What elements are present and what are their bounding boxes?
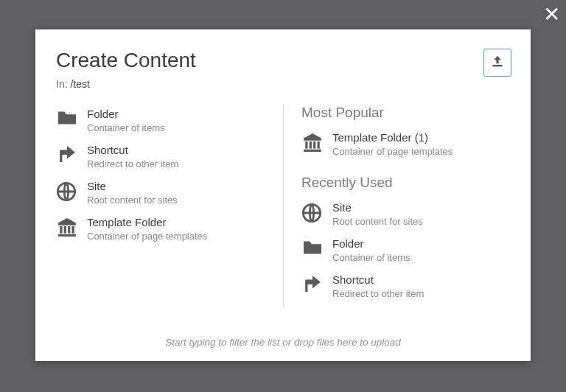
template-folder-icon xyxy=(56,216,87,237)
dialog-title: Create Content xyxy=(56,49,510,72)
upload-button[interactable] xyxy=(483,49,511,77)
popular-item-template-folder[interactable]: Template Folder (1) Container of page te… xyxy=(301,128,510,164)
item-label: Shortcut xyxy=(87,144,178,157)
item-desc: Container of items xyxy=(332,252,410,263)
item-label: Site xyxy=(87,180,178,193)
svg-rect-8 xyxy=(310,141,312,149)
item-desc: Redirect to other item xyxy=(332,288,424,299)
shortcut-icon xyxy=(301,273,332,293)
svg-rect-10 xyxy=(318,141,320,149)
item-desc: Root content for sites xyxy=(332,216,423,227)
item-label: Template Folder xyxy=(87,216,207,229)
svg-rect-6 xyxy=(58,234,76,237)
recent-item-shortcut[interactable]: Shortcut Redirect to other item xyxy=(301,270,510,307)
location-path: In: /test xyxy=(56,78,510,90)
item-label: Shortcut xyxy=(332,273,424,287)
svg-rect-9 xyxy=(313,141,315,149)
item-desc: Container of page templates xyxy=(87,231,207,242)
folder-icon xyxy=(301,237,332,256)
item-desc: Root content for sites xyxy=(87,195,178,206)
path-value: /test xyxy=(70,78,89,90)
path-prefix: In: xyxy=(56,78,68,90)
filter-hint: Start typing to filter the list or drop … xyxy=(35,337,531,348)
content-type-site[interactable]: Site Root content for sites xyxy=(56,177,274,213)
item-desc: Container of page templates xyxy=(332,146,453,157)
item-label: Template Folder (1) xyxy=(332,131,453,144)
svg-rect-11 xyxy=(304,150,321,152)
item-desc: Container of items xyxy=(87,122,165,133)
globe-icon xyxy=(56,180,87,202)
svg-rect-7 xyxy=(305,141,307,149)
close-button[interactable]: ✕ xyxy=(543,4,560,25)
recently-used-heading: Recently Used xyxy=(301,175,510,191)
template-folder-icon xyxy=(301,131,332,152)
folder-icon xyxy=(56,108,87,127)
recent-item-folder[interactable]: Folder Container of items xyxy=(301,234,510,270)
svg-rect-5 xyxy=(72,226,74,234)
item-label: Folder xyxy=(87,108,165,121)
upload-icon xyxy=(490,55,505,71)
svg-rect-3 xyxy=(64,226,66,234)
content-type-shortcut[interactable]: Shortcut Redirect to other item xyxy=(56,141,274,177)
shortcut-icon xyxy=(56,144,87,163)
svg-rect-2 xyxy=(60,226,62,234)
item-label: Site xyxy=(332,201,423,214)
svg-rect-0 xyxy=(492,65,502,66)
item-label: Folder xyxy=(332,237,410,251)
item-desc: Redirect to other item xyxy=(87,158,178,169)
close-icon: ✕ xyxy=(543,3,560,26)
content-type-template-folder[interactable]: Template Folder Container of page templa… xyxy=(56,213,274,249)
globe-icon xyxy=(301,201,332,223)
most-popular-heading: Most Popular xyxy=(301,105,510,121)
suggestions-panel: Most Popular Template Folder (1) Contain… xyxy=(283,105,510,307)
content-type-folder[interactable]: Folder Container of items xyxy=(56,105,274,141)
recent-item-site[interactable]: Site Root content for sites xyxy=(301,198,510,234)
content-type-list: Folder Container of items Shortcut Redir… xyxy=(56,105,283,307)
svg-rect-4 xyxy=(68,226,70,234)
create-content-dialog: Create Content In: /test Folder Containe… xyxy=(35,29,531,361)
